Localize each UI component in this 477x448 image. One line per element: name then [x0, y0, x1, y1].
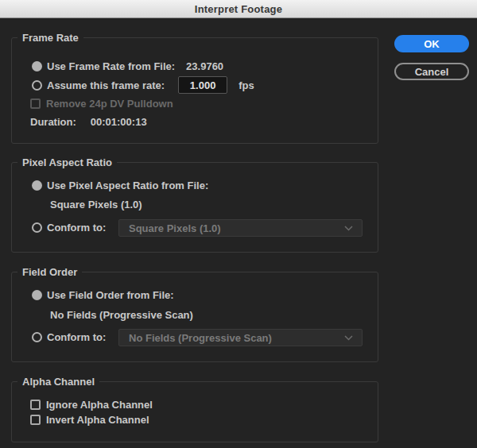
use-frame-rate-label: Use Frame Rate from File: [47, 60, 175, 72]
remove-pulldown-label: Remove 24p DV Pulldown [46, 98, 173, 110]
checkbox-unchecked-icon[interactable] [30, 415, 41, 425]
duration-label: Duration: [30, 116, 76, 128]
remove-pulldown-row: Remove 24p DV Pulldown [30, 97, 173, 110]
radio-unselected-icon[interactable] [32, 222, 42, 233]
alpha-channel-section: Alpha Channel Ignore Alpha Channel Inver… [11, 381, 378, 442]
cancel-button[interactable]: Cancel [394, 63, 469, 80]
frame-rate-legend: Frame Rate [17, 31, 83, 44]
frame-rate-input[interactable] [178, 76, 227, 94]
frame-rate-section: Frame Rate Use Frame Rate from File: 23.… [11, 37, 378, 144]
radio-selected-icon[interactable] [32, 180, 42, 191]
ignore-alpha-label: Ignore Alpha Channel [46, 399, 153, 411]
field-order-value-row: No Fields (Progressive Scan) [50, 308, 193, 322]
alpha-channel-legend: Alpha Channel [17, 375, 99, 388]
checkbox-unchecked-icon[interactable] [30, 400, 41, 410]
field-order-value: No Fields (Progressive Scan) [50, 309, 193, 321]
assume-frame-rate-label: Assume this frame rate: [47, 79, 165, 91]
checkbox-unchecked-icon[interactable] [30, 98, 41, 109]
fps-label: fps [238, 79, 254, 91]
invert-alpha-label: Invert Alpha Channel [46, 414, 149, 426]
field-order-conform-dropdown[interactable]: No Fields (Progressive Scan) [118, 329, 363, 346]
titlebar: Interpret Footage [0, 0, 477, 18]
use-frame-rate-row: Use Frame Rate from File: 23.9760 [32, 60, 223, 73]
use-par-label: Use Pixel Aspect Ratio from File: [47, 180, 208, 191]
radio-selected-icon[interactable] [32, 61, 42, 71]
use-field-order-row: Use Field Order from File: [32, 288, 174, 302]
window-title: Interpret Footage [195, 3, 282, 15]
par-conform-dropdown[interactable]: Square Pixels (1.0) [118, 219, 363, 237]
use-par-row: Use Pixel Aspect Ratio from File: [32, 179, 208, 192]
duration-row: Duration: 00:01:00:13 [30, 115, 147, 129]
par-conform-label: Conform to: [47, 222, 106, 234]
radio-unselected-icon[interactable] [32, 80, 42, 91]
par-conform-row: Conform to: [32, 221, 106, 234]
frame-rate-value: 23.9760 [186, 60, 223, 72]
field-order-legend: Field Order [17, 265, 82, 279]
interpret-footage-dialog: Interpret Footage Frame Rate Use Frame R… [0, 0, 477, 448]
field-order-conform-dropdown-value: No Fields (Progressive Scan) [129, 332, 272, 344]
field-order-section: Field Order Use Field Order from File: N… [11, 272, 378, 362]
field-order-conform-label: Conform to: [47, 331, 106, 343]
par-conform-dropdown-value: Square Pixels (1.0) [129, 222, 221, 234]
use-field-order-label: Use Field Order from File: [47, 289, 174, 301]
field-order-conform-row: Conform to: [32, 330, 106, 344]
chevron-down-icon [344, 335, 353, 341]
ok-button[interactable]: OK [394, 35, 469, 52]
duration-value: 00:01:00:13 [91, 116, 147, 128]
invert-alpha-row: Invert Alpha Channel [30, 413, 149, 427]
pixel-aspect-ratio-section: Pixel Aspect Ratio Use Pixel Aspect Rati… [11, 162, 378, 253]
assume-frame-rate-row: Assume this frame rate: fps [32, 76, 254, 94]
pixel-aspect-ratio-legend: Pixel Aspect Ratio [17, 156, 117, 169]
radio-unselected-icon[interactable] [32, 332, 42, 342]
par-value: Square Pixels (1.0) [50, 199, 142, 210]
radio-selected-icon[interactable] [32, 290, 42, 300]
chevron-down-icon [344, 226, 353, 231]
par-value-row: Square Pixels (1.0) [50, 198, 142, 211]
ignore-alpha-row: Ignore Alpha Channel [30, 398, 153, 411]
